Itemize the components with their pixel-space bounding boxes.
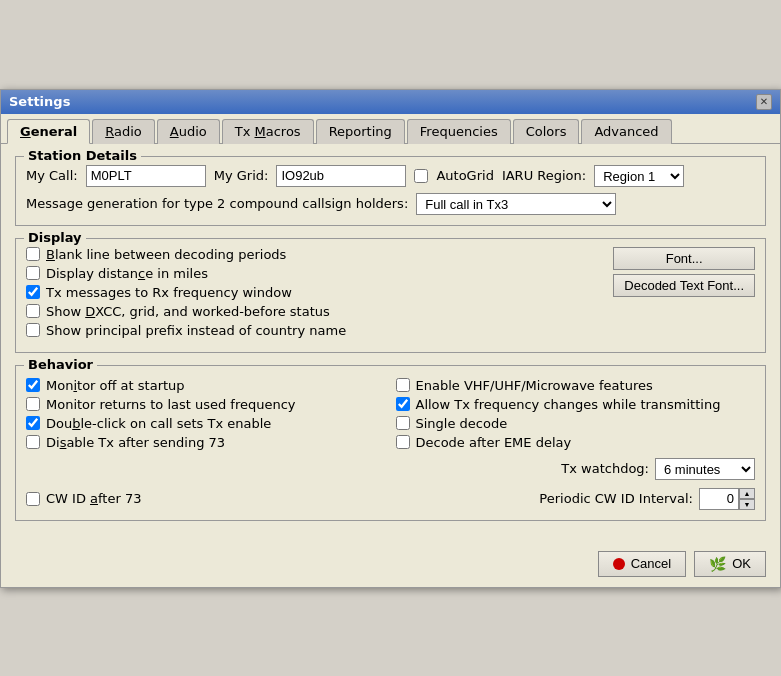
disable-tx-label: Disable Tx after sending 73 bbox=[46, 435, 225, 450]
my-call-label: My Call: bbox=[26, 168, 78, 183]
cancel-label: Cancel bbox=[631, 556, 671, 571]
tab-colors[interactable]: Colors bbox=[513, 119, 580, 144]
double-click-checkbox[interactable] bbox=[26, 416, 40, 430]
monitor-returns-checkbox[interactable] bbox=[26, 397, 40, 411]
spinbox-down-button[interactable]: ▼ bbox=[739, 499, 755, 510]
tx-messages-label: Tx messages to Rx frequency window bbox=[46, 285, 292, 300]
tab-reporting-label: Reporting bbox=[329, 124, 392, 139]
autogrid-label: AutoGrid bbox=[436, 168, 493, 183]
title-bar: Settings ✕ bbox=[1, 90, 780, 114]
principal-checkbox[interactable] bbox=[26, 323, 40, 337]
tab-general[interactable]: General bbox=[7, 119, 90, 144]
distance-checkbox[interactable] bbox=[26, 266, 40, 280]
tab-radio[interactable]: Radio bbox=[92, 119, 155, 144]
close-icon: ✕ bbox=[760, 96, 768, 107]
allow-tx-row: Allow Tx frequency changes while transmi… bbox=[396, 397, 756, 412]
dxcc-row: Show DXCC, grid, and worked-before statu… bbox=[26, 304, 603, 319]
iaru-select[interactable]: Region 1 Region 2 Region 3 bbox=[594, 165, 684, 187]
ok-button[interactable]: 🌿 OK bbox=[694, 551, 766, 577]
disable-tx-checkbox[interactable] bbox=[26, 435, 40, 449]
behavior-section: Behavior Monitor off at startup Enable V… bbox=[15, 365, 766, 521]
tx-watchdog-label: Tx watchdog: bbox=[561, 461, 649, 476]
distance-label: Display distance in miles bbox=[46, 266, 208, 281]
cw-id-row: CW ID after 73 Periodic CW ID Interval: … bbox=[26, 488, 755, 510]
my-grid-label: My Grid: bbox=[214, 168, 269, 183]
window-title: Settings bbox=[9, 94, 70, 109]
allow-tx-label: Allow Tx frequency changes while transmi… bbox=[416, 397, 721, 412]
monitor-startup-row: Monitor off at startup bbox=[26, 378, 386, 393]
footer: Cancel 🌿 OK bbox=[1, 545, 780, 587]
spinbox-up-button[interactable]: ▲ bbox=[739, 488, 755, 499]
cw-id-checkbox[interactable] bbox=[26, 492, 40, 506]
watchdog-row: Tx watchdog: 6 minutes 1 minute 2 minute… bbox=[26, 458, 755, 480]
cw-id-label: CW ID after 73 bbox=[46, 491, 141, 506]
tab-bar: General Radio Audio Tx Macros Reporting … bbox=[1, 114, 780, 144]
allow-tx-checkbox[interactable] bbox=[396, 397, 410, 411]
cancel-icon bbox=[613, 558, 625, 570]
enable-vhf-checkbox[interactable] bbox=[396, 378, 410, 392]
tab-reporting[interactable]: Reporting bbox=[316, 119, 405, 144]
ok-label: OK bbox=[732, 556, 751, 571]
tx-messages-row: Tx messages to Rx frequency window bbox=[26, 285, 603, 300]
tab-colors-label: Colors bbox=[526, 124, 567, 139]
station-details-section: Station Details My Call: My Grid: AutoGr… bbox=[15, 156, 766, 226]
blank-line-checkbox[interactable] bbox=[26, 247, 40, 261]
tab-advanced[interactable]: Advanced bbox=[581, 119, 671, 144]
tab-audio[interactable]: Audio bbox=[157, 119, 220, 144]
call-grid-row: My Call: My Grid: AutoGrid IARU Region: … bbox=[26, 165, 755, 187]
autogrid-checkbox[interactable] bbox=[414, 169, 428, 183]
single-decode-checkbox[interactable] bbox=[396, 416, 410, 430]
enable-vhf-row: Enable VHF/UHF/Microwave features bbox=[396, 378, 756, 393]
principal-label: Show principal prefix instead of country… bbox=[46, 323, 346, 338]
cw-id-checkbox-row: CW ID after 73 bbox=[26, 491, 141, 506]
behavior-title: Behavior bbox=[24, 357, 97, 372]
monitor-startup-checkbox[interactable] bbox=[26, 378, 40, 392]
disable-tx-row: Disable Tx after sending 73 bbox=[26, 435, 386, 450]
single-decode-row: Single decode bbox=[396, 416, 756, 431]
double-click-label: Double-click on call sets Tx enable bbox=[46, 416, 271, 431]
decoded-font-button[interactable]: Decoded Text Font... bbox=[613, 274, 755, 297]
station-details-title: Station Details bbox=[24, 148, 141, 163]
dxcc-label: Show DXCC, grid, and worked-before statu… bbox=[46, 304, 330, 319]
iaru-label: IARU Region: bbox=[502, 168, 586, 183]
periodic-cw-input[interactable] bbox=[699, 488, 739, 510]
display-content: Blank line between decoding periods Disp… bbox=[26, 247, 755, 342]
tab-frequencies-label: Frequencies bbox=[420, 124, 498, 139]
decode-eme-label: Decode after EME delay bbox=[416, 435, 572, 450]
tab-frequencies[interactable]: Frequencies bbox=[407, 119, 511, 144]
single-decode-label: Single decode bbox=[416, 416, 508, 431]
cancel-button[interactable]: Cancel bbox=[598, 551, 686, 577]
display-title: Display bbox=[24, 230, 86, 245]
compound-row: Message generation for type 2 compound c… bbox=[26, 193, 755, 215]
my-grid-input[interactable] bbox=[276, 165, 406, 187]
font-button[interactable]: Font... bbox=[613, 247, 755, 270]
tx-watchdog-select[interactable]: 6 minutes 1 minute 2 minutes 4 minutes 8… bbox=[655, 458, 755, 480]
settings-window: Settings ✕ General Radio Audio Tx Macros… bbox=[0, 89, 781, 588]
display-checkboxes: Blank line between decoding periods Disp… bbox=[26, 247, 603, 342]
periodic-cw-spinbox: ▲ ▼ bbox=[699, 488, 755, 510]
enable-vhf-label: Enable VHF/UHF/Microwave features bbox=[416, 378, 653, 393]
tab-tx-macros[interactable]: Tx Macros bbox=[222, 119, 314, 144]
decode-eme-row: Decode after EME delay bbox=[396, 435, 756, 450]
principal-row: Show principal prefix instead of country… bbox=[26, 323, 603, 338]
tx-messages-checkbox[interactable] bbox=[26, 285, 40, 299]
spinbox-buttons: ▲ ▼ bbox=[739, 488, 755, 510]
dxcc-checkbox[interactable] bbox=[26, 304, 40, 318]
distance-row: Display distance in miles bbox=[26, 266, 603, 281]
compound-select[interactable]: Full call in Tx3 bbox=[416, 193, 616, 215]
monitor-returns-row: Monitor returns to last used frequency bbox=[26, 397, 386, 412]
decode-eme-checkbox[interactable] bbox=[396, 435, 410, 449]
periodic-cw-label: Periodic CW ID Interval: bbox=[539, 491, 693, 506]
compound-label: Message generation for type 2 compound c… bbox=[26, 196, 408, 211]
blank-line-label: Blank line between decoding periods bbox=[46, 247, 286, 262]
double-click-row: Double-click on call sets Tx enable bbox=[26, 416, 386, 431]
monitor-startup-label: Monitor off at startup bbox=[46, 378, 185, 393]
periodic-cw-row: Periodic CW ID Interval: ▲ ▼ bbox=[539, 488, 755, 510]
blank-line-row: Blank line between decoding periods bbox=[26, 247, 603, 262]
my-call-input[interactable] bbox=[86, 165, 206, 187]
display-buttons: Font... Decoded Text Font... bbox=[613, 247, 755, 342]
monitor-returns-label: Monitor returns to last used frequency bbox=[46, 397, 296, 412]
behavior-grid: Monitor off at startup Enable VHF/UHF/Mi… bbox=[26, 378, 755, 450]
close-button[interactable]: ✕ bbox=[756, 94, 772, 110]
ok-icon: 🌿 bbox=[709, 556, 726, 572]
